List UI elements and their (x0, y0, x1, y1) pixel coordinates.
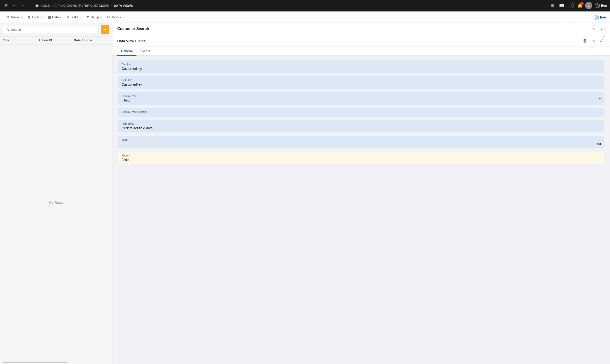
dvf-header: Data View Fields 🗑 × ✓ ↗ (112, 35, 610, 47)
menu-button[interactable]: ☰ (3, 2, 9, 9)
five-logo-icon (595, 3, 600, 8)
dvf-close-button[interactable]: × (591, 38, 596, 44)
display-type-field[interactable]: Display Type _Text ▾ (118, 92, 604, 105)
dvf-delete-button[interactable]: 🗑 (582, 38, 589, 44)
dataviews-label[interactable]: DATA VIEWS (114, 4, 133, 7)
setup-icon: ⚙ (86, 15, 90, 19)
display-type-value: _Text (122, 98, 129, 102)
back-button[interactable]: ← (11, 2, 18, 9)
tools-icon: ✂ (107, 15, 110, 19)
visual-arrow: ▾ (21, 16, 22, 18)
breadcrumb: 🏠 HOME > APPLICATIONS (FILTER CUSTOMER) … (35, 4, 133, 7)
app-label[interactable]: APPLICATIONS (FILTER CUSTOMER) (55, 4, 109, 7)
customer-search-confirm-button[interactable]: ✓ (599, 26, 605, 32)
visual-label: Visual (11, 15, 19, 19)
logic-icon: ⊕ (28, 15, 31, 19)
caption-value: CustomerKey (122, 67, 142, 71)
top-nav: ☰ ← → ↑ 🏠 HOME > APPLICATIONS (FILTER CU… (0, 0, 610, 11)
books-icon: 📖 (559, 3, 564, 8)
books-icon-button[interactable]: 📖 (558, 2, 565, 9)
chevron-down-icon: ▾ (599, 96, 601, 101)
logic-label: Logic (32, 15, 39, 19)
table-body: No Rows (0, 44, 112, 361)
customer-search-header: Customer Search × ✓ (112, 23, 610, 35)
data-view-fields-panel: Data View Fields 🗑 × ✓ ↗ G (112, 35, 610, 364)
left-panel: 🔍 + Title Action ID Data Source No Rows (0, 23, 112, 364)
col-title: Title (3, 39, 39, 42)
setup-arrow: ▾ (100, 16, 101, 18)
user-avatar[interactable]: C (585, 2, 592, 9)
setup-nav-item[interactable]: ⚙ Setup ▾ (84, 14, 104, 21)
tools-label: Tools (111, 15, 119, 19)
no-rows-text: No Rows (49, 201, 63, 204)
nav-right: ⚙ 📖 ? 🔔 1 C five (549, 2, 607, 9)
scrollbar-area[interactable] (0, 361, 112, 364)
data-nav-item[interactable]: ▦ Data ▾ (45, 14, 63, 21)
home-icon: 🏠 (35, 4, 39, 7)
tab-events[interactable]: Events (137, 47, 154, 56)
col-action-id: Action ID (39, 39, 74, 42)
display-type-label: Display Type (122, 94, 599, 97)
width-field[interactable]: Width 50 (118, 136, 604, 148)
data-label: Data (52, 15, 59, 19)
right-panel: Customer Search × ✓ Data View Fields 🗑 (112, 23, 610, 364)
close-icon: × (592, 26, 595, 31)
scrollbar-track[interactable] (3, 362, 67, 363)
up-button[interactable]: ↑ (28, 2, 33, 9)
breadcrumb-sep-1: > (51, 4, 53, 7)
field-data-value: Click to set field data (122, 126, 152, 130)
up-icon: ↑ (30, 3, 32, 8)
data-arrow: ▾ (60, 16, 61, 18)
customer-search-close-button[interactable]: × (591, 26, 596, 32)
field-data-field[interactable]: Field Data Click to set field data (118, 120, 604, 132)
main-content: 🔍 + Title Action ID Data Source No Rows … (0, 23, 610, 364)
display-type-inner: Display Type _Text (122, 94, 599, 102)
notification-badge[interactable]: 🔔 1 (577, 3, 582, 8)
forward-button[interactable]: → (20, 2, 27, 9)
plus-icon: + (104, 26, 107, 33)
width-label: Width (122, 138, 601, 141)
five-logo-tool: five (594, 15, 606, 20)
customer-search-title: Customer Search (117, 27, 591, 31)
tab-general[interactable]: General (117, 47, 137, 56)
tasks-nav-item[interactable]: ≡ Tasks ▾ (65, 14, 83, 21)
help-icon: ? (569, 3, 574, 8)
customer-search-actions: × ✓ (591, 26, 605, 32)
settings-icon-button[interactable]: ⚙ (549, 2, 556, 9)
show-if-field[interactable]: Show If false (118, 152, 604, 164)
setup-label: Setup (91, 15, 99, 19)
back-icon: ← (13, 3, 16, 8)
field-id-value: CustomerKey (122, 83, 142, 86)
tools-nav-item[interactable]: ✂ Tools ▾ (105, 14, 124, 21)
tools-arrow: ▾ (120, 16, 121, 18)
visual-icon: 👁 (6, 15, 10, 19)
tool-nav-right: five (594, 15, 606, 20)
forward-icon: → (21, 3, 25, 8)
show-if-value: false (122, 158, 129, 162)
field-id-label: Field ID * (122, 79, 601, 82)
logic-nav-item[interactable]: ⊕ Logic ▾ (25, 14, 44, 21)
visual-nav-item[interactable]: 👁 Visual ▾ (4, 14, 24, 21)
field-data-label: Field Data (122, 122, 601, 125)
dvf-confirm-button[interactable]: ✓ ↗ (598, 38, 605, 44)
caption-label: Caption * (122, 63, 601, 66)
field-id-field[interactable]: Field ID * CustomerKey (118, 76, 604, 89)
add-button[interactable]: + (101, 25, 109, 34)
dvf-title: Data View Fields (117, 39, 582, 43)
caption-field[interactable]: Caption * CustomerKey (118, 61, 604, 73)
display-type-context-field[interactable]: Display Type Context (118, 108, 604, 117)
five-logo: five (595, 3, 607, 8)
table-header: Title Action ID Data Source (0, 37, 112, 44)
notification-count: 1 (580, 2, 583, 5)
display-type-context-label: Display Type Context (122, 110, 601, 113)
search-box[interactable]: 🔍 (3, 26, 99, 33)
logic-arrow: ▾ (41, 16, 42, 18)
tabs-bar: General Events (112, 47, 610, 56)
width-value: 50 (122, 142, 601, 146)
search-input[interactable] (11, 28, 96, 31)
dvf-actions: 🗑 × ✓ ↗ (582, 38, 605, 44)
dvf-check-icon: ✓ (600, 38, 604, 43)
help-icon-button[interactable]: ? (568, 2, 575, 9)
col-data-source: Data Source (74, 39, 109, 42)
home-label[interactable]: HOME (40, 4, 50, 7)
